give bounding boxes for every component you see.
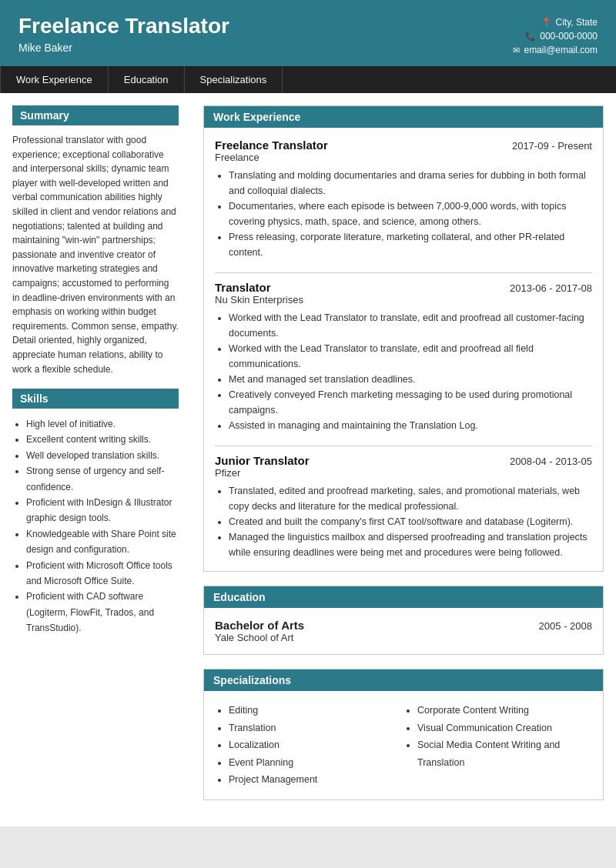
spec-item: Social Media Content Writing and Transla… (417, 736, 592, 771)
location-icon: 📍 (541, 18, 552, 28)
work-experience-header: Work Experience (204, 106, 603, 128)
job-1-company: Freelance (215, 152, 592, 163)
email-text: email@email.com (524, 45, 598, 55)
edu-title-row: Bachelor of Arts 2005 - 2008 (215, 619, 592, 632)
summary-title: Summary (12, 105, 179, 125)
edu-dates: 2005 - 2008 (539, 620, 592, 632)
spec-item: Visual Communication Creation (417, 719, 592, 737)
job-1-title: Freelance Translator (215, 139, 328, 152)
job-3-company: Pfizer (215, 467, 592, 479)
nav-specializations[interactable]: Specializations (185, 66, 283, 93)
spec-list-2: Corporate Content WritingVisual Communic… (403, 702, 592, 771)
header-left: Freelance Translator Mike Baker (18, 14, 229, 54)
divider-1 (215, 272, 592, 273)
bullet-item: Translated, edited and proofread marketi… (229, 483, 592, 514)
job-3-dates: 2008-04 - 2013-05 (510, 456, 592, 467)
bullet-item: Creatively conveyed French marketing mes… (229, 387, 592, 418)
spec-item: Localization (229, 736, 403, 754)
phone-item: 📞 000-000-0000 (513, 31, 598, 42)
job-2: Translator 2013-06 - 2017-08 Nu Skin Ent… (204, 281, 603, 433)
location-text: City, State (556, 17, 598, 28)
skill-item: Knowledgeable with Share Point site desi… (26, 526, 179, 558)
job-2-company: Nu Skin Enterprises (215, 294, 592, 305)
contact-info: 📍 City, State 📞 000-000-0000 ✉ email@ema… (513, 17, 598, 55)
spec-item: Translation (229, 719, 403, 737)
specializations-section: Specializations EditingTranslationLocali… (203, 669, 604, 800)
skills-list: High level of initiative.Excellent conte… (12, 416, 179, 636)
education-header: Education (204, 586, 603, 608)
spec-item: Event Planning (229, 754, 403, 772)
specializations-header: Specializations (204, 669, 603, 691)
spec-item: Project Management (229, 771, 403, 789)
education-section: Education Bachelor of Arts 2005 - 2008 Y… (203, 586, 604, 655)
work-experience-section: Work Experience Freelance Translator 201… (203, 105, 604, 572)
job-2-bullets: Worked with the Lead Translator to trans… (215, 310, 592, 433)
job-1-bullets: Translating and molding documentaries an… (215, 168, 592, 260)
navigation: Work Experience Education Specialization… (0, 66, 616, 93)
summary-text: Professional translator with good experi… (12, 133, 179, 376)
spec-item: Corporate Content Writing (417, 702, 592, 719)
resume-page: Freelance Translator Mike Baker 📍 City, … (0, 0, 616, 826)
skill-item: High level of initiative. (26, 416, 179, 432)
bullet-item: Press releasing, corporate literature, m… (229, 229, 592, 260)
email-icon: ✉ (513, 45, 520, 55)
edu-school: Yale School of Art (215, 632, 592, 643)
spec-col-1: EditingTranslationLocalizationEvent Plan… (215, 702, 403, 789)
spec-item: Editing (229, 702, 403, 719)
job-1: Freelance Translator 2017-09 - Present F… (204, 139, 603, 260)
skill-item: Strong sense of urgency and self-confide… (26, 463, 179, 495)
skill-item: Proficient with CAD software (Logiterm, … (26, 589, 179, 636)
skill-item: Proficient with InDesign & Illustrator g… (26, 495, 179, 526)
job-2-title-row: Translator 2013-06 - 2017-08 (215, 281, 592, 294)
name-title: Freelance Translator (18, 14, 229, 38)
job-2-title: Translator (215, 281, 271, 294)
phone-text: 000-000-0000 (540, 31, 598, 42)
person-name: Mike Baker (18, 42, 229, 54)
job-3-title: Junior Translator (215, 454, 310, 467)
job-3-bullets: Translated, edited and proofread marketi… (215, 483, 592, 560)
education-block: Bachelor of Arts 2005 - 2008 Yale School… (204, 619, 603, 643)
job-1-dates: 2017-09 - Present (512, 140, 592, 152)
specializations-block: EditingTranslationLocalizationEvent Plan… (204, 702, 603, 789)
bullet-item: Assisted in managing and maintaining the… (229, 418, 592, 433)
email-item: ✉ email@email.com (513, 45, 598, 55)
bullet-item: Documentaries, where each episode is bet… (229, 199, 592, 229)
spec-list-1: EditingTranslationLocalizationEvent Plan… (215, 702, 403, 789)
job-3-title-row: Junior Translator 2008-04 - 2013-05 (215, 454, 592, 467)
bullet-item: Translating and molding documentaries an… (229, 168, 592, 199)
job-3: Junior Translator 2008-04 - 2013-05 Pfiz… (204, 454, 603, 560)
job-2-dates: 2013-06 - 2017-08 (510, 282, 592, 294)
skill-item: Proficient with Microsoft Office tools a… (26, 558, 179, 589)
skill-item: Well developed translation skills. (26, 448, 179, 463)
divider-2 (215, 446, 592, 446)
bullet-item: Created and built the company's first CA… (229, 514, 592, 529)
sidebar: Summary Professional translator with goo… (0, 93, 191, 826)
body-layout: Summary Professional translator with goo… (0, 93, 616, 826)
bullet-item: Worked with the Lead Translator to trans… (229, 341, 592, 372)
bullet-item: Worked with the Lead Translator to trans… (229, 310, 592, 341)
nav-work-experience[interactable]: Work Experience (0, 66, 109, 93)
skills-title: Skills (12, 389, 179, 409)
bullet-item: Managed the linguistics mailbox and disp… (229, 529, 592, 560)
location-item: 📍 City, State (513, 17, 598, 28)
nav-education[interactable]: Education (109, 66, 185, 93)
bullet-item: Met and managed set translation deadline… (229, 372, 592, 387)
skill-item: Excellent content writing skills. (26, 432, 179, 447)
phone-icon: 📞 (525, 32, 536, 42)
header: Freelance Translator Mike Baker 📍 City, … (0, 0, 616, 66)
edu-degree: Bachelor of Arts (215, 619, 304, 632)
spec-col-2: Corporate Content WritingVisual Communic… (403, 702, 592, 789)
job-1-title-row: Freelance Translator 2017-09 - Present (215, 139, 592, 152)
main-content: Work Experience Freelance Translator 201… (191, 93, 616, 826)
